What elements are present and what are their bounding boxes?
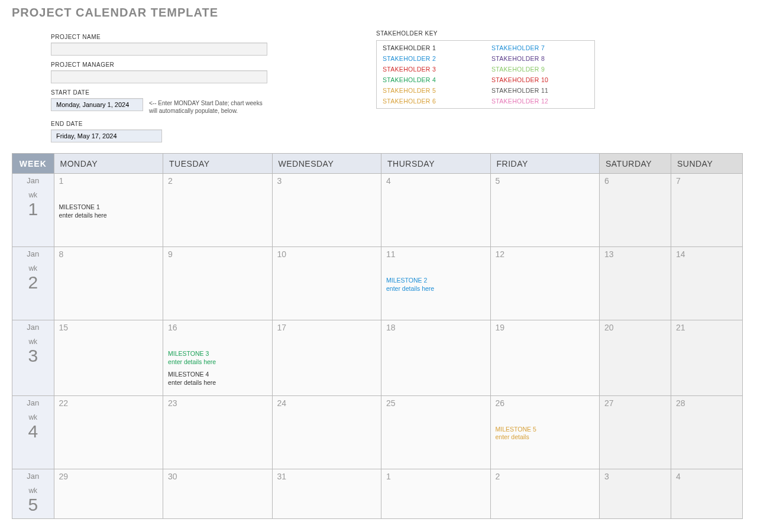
stakeholder-key-label: STAKEHOLDER KEY — [376, 30, 595, 37]
project-name-input[interactable] — [51, 43, 267, 56]
day-cell[interactable]: 3 — [272, 174, 381, 247]
day-number: 9 — [168, 249, 267, 259]
week-month: Jan — [12, 472, 54, 481]
day-number: 18 — [386, 323, 485, 332]
top-panel: PROJECT NAME PROJECT MANAGER START DATE … — [12, 30, 745, 142]
stakeholder-key-item: STAKEHOLDER 8 — [491, 55, 588, 62]
page-title: PROJECT CALENDAR TEMPLATE — [12, 6, 745, 20]
week-abbrev: wk — [12, 338, 54, 346]
day-cell[interactable]: 16MILESTONE 3enter details hereMILESTONE… — [163, 320, 272, 396]
project-name-label: PROJECT NAME — [51, 34, 270, 40]
day-number: 5 — [496, 176, 594, 186]
milestone: MILESTONE 1enter details here — [59, 203, 158, 219]
day-number: 20 — [604, 323, 666, 332]
day-cell[interactable]: 21 — [671, 320, 742, 396]
day-number: 4 — [386, 176, 485, 186]
milestone-sub: enter details here — [168, 379, 216, 386]
day-cell[interactable]: 6 — [599, 174, 671, 247]
day-cell[interactable]: 17 — [272, 320, 381, 396]
day-number: 11 — [386, 249, 485, 259]
day-cell[interactable]: 19 — [490, 320, 599, 396]
day-cell[interactable]: 18 — [381, 320, 490, 396]
week-number: 2 — [12, 274, 54, 291]
stakeholder-key-item: STAKEHOLDER 6 — [383, 98, 480, 105]
day-cell[interactable]: 2 — [163, 174, 272, 247]
milestone: MILESTONE 2enter details here — [386, 277, 485, 293]
milestone: MILESTONE 4enter details here — [168, 371, 267, 387]
day-cell[interactable]: 3 — [599, 469, 671, 518]
milestone-sub: enter details — [496, 433, 529, 440]
end-date-input[interactable] — [51, 129, 162, 142]
day-header: MONDAY — [54, 154, 163, 174]
week-cell: Janwk5 — [12, 469, 54, 518]
stakeholder-key-item: STAKEHOLDER 12 — [491, 98, 588, 105]
day-cell[interactable]: 22 — [54, 395, 163, 469]
day-cell[interactable]: 2 — [490, 469, 599, 518]
week-number: 3 — [12, 347, 54, 365]
week-abbrev: wk — [12, 413, 54, 421]
week-month: Jan — [12, 176, 54, 185]
week-month: Jan — [12, 249, 54, 258]
start-date-hint: <-- Enter MONDAY Start Date; chart weeks… — [149, 99, 270, 115]
day-cell[interactable]: 1 — [381, 469, 490, 518]
day-cell[interactable]: 15 — [54, 320, 163, 396]
day-cell[interactable]: 9 — [163, 247, 272, 320]
project-manager-label: PROJECT MANAGER — [51, 61, 270, 68]
day-header: SATURDAY — [599, 154, 671, 174]
project-manager-input[interactable] — [51, 70, 267, 83]
week-number: 4 — [12, 423, 54, 440]
calendar-body: Janwk11MILESTONE 1enter details here2345… — [12, 174, 743, 519]
day-cell[interactable]: 30 — [163, 469, 272, 518]
stakeholder-key-item: STAKEHOLDER 3 — [383, 66, 480, 73]
day-cell[interactable]: 13 — [599, 247, 671, 320]
day-header: WEDNESDAY — [272, 154, 381, 174]
day-number: 17 — [277, 323, 376, 332]
day-cell[interactable]: 31 — [272, 469, 381, 518]
week-month: Jan — [12, 323, 54, 332]
day-cell[interactable]: 26MILESTONE 5enter details — [490, 395, 599, 469]
day-cell[interactable]: 8 — [54, 247, 163, 320]
day-cell[interactable]: 24 — [272, 395, 381, 469]
day-number: 14 — [676, 249, 737, 259]
day-cell[interactable]: 4 — [671, 469, 742, 518]
day-cell[interactable]: 29 — [54, 469, 163, 518]
day-cell[interactable]: 27 — [599, 395, 671, 469]
day-number: 28 — [676, 398, 737, 408]
day-number: 1 — [386, 472, 485, 481]
day-cell[interactable]: 25 — [381, 395, 490, 469]
day-number: 3 — [604, 472, 666, 481]
week-cell: Janwk3 — [12, 320, 54, 396]
day-cell[interactable]: 20 — [599, 320, 671, 396]
stakeholder-key: STAKEHOLDER KEY STAKEHOLDER 1STAKEHOLDER… — [376, 30, 595, 142]
day-cell[interactable]: 5 — [490, 174, 599, 247]
start-date-input[interactable] — [51, 98, 143, 111]
day-number: 1 — [59, 176, 158, 186]
week-header: WEEK — [12, 154, 54, 174]
day-number: 2 — [168, 176, 267, 186]
day-number: 25 — [386, 398, 485, 408]
day-header: THURSDAY — [381, 154, 490, 174]
stakeholder-key-item: STAKEHOLDER 2 — [383, 55, 480, 62]
day-cell[interactable]: 23 — [163, 395, 272, 469]
day-number: 7 — [676, 176, 737, 186]
day-number: 16 — [168, 323, 267, 332]
milestone-title: MILESTONE 2 — [386, 277, 427, 284]
week-row: Janwk52930311234 — [12, 469, 743, 518]
milestone-title: MILESTONE 1 — [59, 203, 100, 210]
day-cell[interactable]: 28 — [671, 395, 742, 469]
week-abbrev: wk — [12, 486, 54, 495]
day-header: SUNDAY — [671, 154, 742, 174]
day-cell[interactable]: 4 — [381, 174, 490, 247]
day-cell[interactable]: 10 — [272, 247, 381, 320]
day-cell[interactable]: 14 — [671, 247, 742, 320]
day-number: 26 — [496, 398, 594, 408]
week-abbrev: wk — [12, 264, 54, 273]
day-cell[interactable]: 7 — [671, 174, 742, 247]
day-cell[interactable]: 1MILESTONE 1enter details here — [54, 174, 163, 247]
day-cell[interactable]: 11MILESTONE 2enter details here — [381, 247, 490, 320]
day-number: 8 — [59, 249, 158, 259]
day-number: 10 — [277, 249, 376, 259]
stakeholder-key-item: STAKEHOLDER 5 — [383, 87, 480, 94]
milestone-title: MILESTONE 3 — [168, 350, 209, 357]
day-cell[interactable]: 12 — [490, 247, 599, 320]
